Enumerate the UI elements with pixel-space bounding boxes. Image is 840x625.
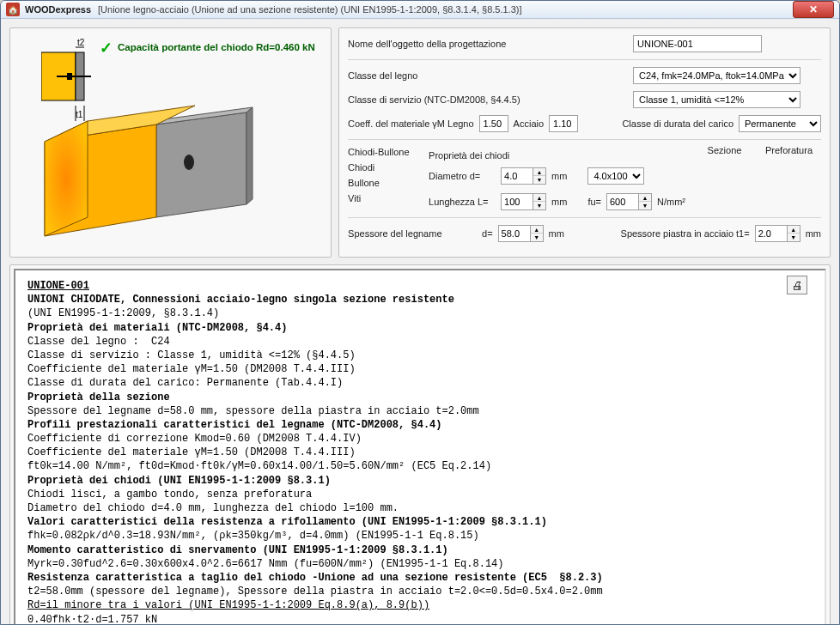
fu-label: fu= bbox=[587, 197, 601, 207]
load-duration-select[interactable]: Permanente bbox=[739, 115, 821, 132]
title-main: WOODexpress bbox=[25, 4, 91, 15]
service-class-select[interactable]: Classe 1, umidità <=12% bbox=[633, 91, 800, 108]
section-heading: Sezione bbox=[692, 145, 757, 212]
beam-3d-icon bbox=[27, 80, 354, 252]
svg-rect-3 bbox=[67, 73, 72, 80]
check-icon: ✓ bbox=[100, 39, 113, 58]
load-duration-label: Classe di durata del carico bbox=[622, 118, 733, 129]
capacity-label: Capacità portante del chiodo Rd=0.460 kN bbox=[118, 42, 315, 52]
fu-spinner[interactable]: ▲▼ bbox=[606, 193, 652, 210]
gm-wood-input[interactable] bbox=[479, 115, 508, 132]
fastener-type-list: Chiodi-Bullone Chiodi Bullone Viti bbox=[348, 145, 422, 212]
opt-screws[interactable]: Viti bbox=[348, 193, 422, 203]
nails-right-col: Sezione Preforatura bbox=[692, 145, 821, 212]
svg-marker-15 bbox=[45, 121, 88, 236]
app-icon bbox=[6, 3, 20, 16]
row-wood-class: Classe del legno C24, fmk=24.0MPa, ftok=… bbox=[348, 65, 821, 86]
printer-icon: 🖨 bbox=[792, 279, 803, 292]
opt-bolt[interactable]: Bullone bbox=[348, 178, 422, 188]
svg-marker-11 bbox=[247, 107, 253, 204]
svg-point-16 bbox=[184, 155, 194, 170]
row-design-name: Nome dell'oggetto della progettazione bbox=[348, 33, 821, 54]
nails-block: Chiodi-Bullone Chiodi Bullone Viti Propr… bbox=[348, 145, 821, 212]
row-thickness: Spessore del legname d= ▲▼ mm Spessore p… bbox=[348, 223, 821, 244]
report-panel: 🖨 UNIONE-001 UNIONI CHIODATE, Connession… bbox=[9, 264, 831, 625]
diameter-spinner[interactable]: ▲▼ bbox=[501, 167, 546, 185]
row-service-class: Classe di servizio (NTC-DM2008, §4.4.5) … bbox=[348, 89, 821, 110]
app-window: WOODexpress [Unione legno-acciaio (Union… bbox=[0, 0, 840, 625]
nail-props-label: Proprietà dei chiodi bbox=[429, 150, 509, 161]
opt-nails[interactable]: Chiodi bbox=[348, 162, 422, 173]
form-panel: Nome dell'oggetto della progettazione Cl… bbox=[338, 27, 831, 258]
report-text[interactable]: UNIONE-001 UNIONI CHIODATE, Connessioni … bbox=[14, 269, 826, 625]
diameter-label: Diametro d= bbox=[429, 171, 496, 181]
opt-nail-bolt[interactable]: Chiodi-Bullone bbox=[348, 147, 422, 157]
nails-props: Proprietà dei chiodi Diametro d= ▲▼ mm 4… bbox=[429, 145, 685, 212]
svg-text:t2: t2 bbox=[77, 38, 85, 47]
row-coef: Coeff. del materiale γM Legno Acciaio Cl… bbox=[348, 113, 821, 134]
thickness-d-label: d= bbox=[482, 228, 493, 239]
service-class-label: Classe di servizio (NTC-DM2008, §4.4.5) bbox=[348, 94, 628, 105]
prefor-heading: Preforatura bbox=[757, 145, 821, 212]
close-button[interactable]: ✕ bbox=[793, 1, 834, 18]
diagram-panel: ✓ Capacità portante del chiodo Rd=0.460 … bbox=[9, 27, 332, 258]
design-name-input[interactable] bbox=[633, 35, 762, 52]
svg-marker-9 bbox=[156, 112, 247, 217]
coef-label: Coeff. del materiale γM Legno bbox=[348, 118, 474, 129]
gm-steel-input[interactable] bbox=[549, 115, 578, 132]
spin-down-icon: ▼ bbox=[533, 176, 545, 184]
spin-up-icon: ▲ bbox=[533, 168, 545, 176]
steel-label: Acciaio bbox=[514, 118, 544, 129]
design-name-label: Nome dell'oggetto della progettazione bbox=[348, 39, 628, 49]
print-button[interactable]: 🖨 bbox=[787, 276, 807, 294]
client-area: ✓ Capacità portante del chiodo Rd=0.460 … bbox=[1, 19, 839, 625]
wood-class-label: Classe del legno bbox=[348, 70, 628, 81]
length-spinner[interactable]: ▲▼ bbox=[501, 193, 546, 210]
diameter-combo[interactable]: 4.0x100 bbox=[587, 167, 644, 185]
thickness-spinner[interactable]: ▲▼ bbox=[498, 225, 544, 242]
wood-class-select[interactable]: C24, fmk=24.0MPa, ftok=14.0MPa bbox=[633, 67, 800, 84]
thickness-label: Spessore del legname bbox=[348, 228, 477, 239]
title-sub: [Unione legno-acciaio (Unione ad una sez… bbox=[98, 4, 521, 15]
titlebar: WOODexpress [Unione legno-acciaio (Union… bbox=[1, 1, 839, 19]
steel-thickness-label: Spessore piastra in acciaio t1= bbox=[621, 228, 750, 239]
steel-thickness-spinner[interactable]: ▲▼ bbox=[755, 225, 800, 242]
length-label: Lunghezza L= bbox=[429, 197, 496, 207]
top-row: ✓ Capacità portante del chiodo Rd=0.460 … bbox=[9, 27, 831, 258]
